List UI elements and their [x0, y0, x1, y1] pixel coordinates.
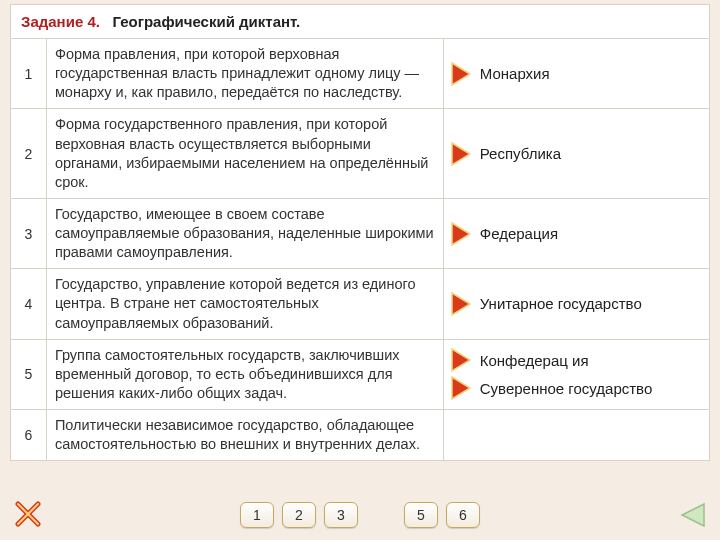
table-row: 3 Государство, имеющее в своем составе с… [11, 199, 709, 269]
row-number: 3 [11, 199, 47, 268]
svg-marker-5 [452, 377, 470, 399]
svg-marker-3 [452, 293, 470, 315]
table-row: 5 Группа самостоятельных государств, зак… [11, 340, 709, 410]
table-row: 4 Государство, управление которой ведетс… [11, 269, 709, 339]
arrow-right-icon [450, 61, 472, 87]
answer-label: Федерация [480, 225, 558, 242]
svg-marker-0 [452, 63, 470, 85]
svg-marker-2 [452, 223, 470, 245]
svg-marker-4 [452, 349, 470, 371]
nav-button-3[interactable]: 3 [324, 502, 358, 528]
row-number: 1 [11, 39, 47, 108]
row-number: 6 [11, 410, 47, 460]
answer-label: Унитарное государство [480, 295, 642, 312]
table-row: 6 Политически независимое государство, о… [11, 410, 709, 460]
task-title: Географический диктант. [112, 13, 300, 30]
row-description: Группа самостоятельных государств, заклю… [47, 340, 444, 409]
row-description: Государство, имеющее в своем составе сам… [47, 199, 444, 268]
task-number: Задание 4. [21, 13, 100, 30]
row-description: Форма правления, при которой верховная г… [47, 39, 444, 108]
answer-label: Суверенное государство [480, 380, 653, 397]
arrow-right-icon [450, 141, 472, 167]
arrow-right-icon [450, 221, 472, 247]
table-row: 1 Форма правления, при которой верховная… [11, 39, 709, 109]
dictation-table: Задание 4. Географический диктант. 1 Фор… [10, 4, 710, 461]
nav-button-1[interactable]: 1 [240, 502, 274, 528]
nav-button-group: 1 2 3 5 6 [0, 502, 720, 528]
svg-marker-10 [682, 504, 704, 526]
row-description: Форма государственного правления, при ко… [47, 109, 444, 198]
footer-bar: 1 2 3 5 6 [0, 488, 720, 540]
row-answer [444, 410, 709, 460]
row-number: 4 [11, 269, 47, 338]
answer-label: Монархия [480, 65, 550, 82]
table-row: 2 Форма государственного правления, при … [11, 109, 709, 199]
row-answer: Федерация [444, 199, 709, 268]
back-button[interactable] [676, 502, 706, 528]
arrow-right-icon [450, 375, 472, 401]
table-header: Задание 4. Географический диктант. [11, 5, 709, 39]
arrow-right-icon [450, 347, 472, 373]
nav-button-5[interactable]: 5 [404, 502, 438, 528]
answer-label: Конфедерац ия [480, 352, 589, 369]
row-description: Политически независимое государство, обл… [47, 410, 444, 460]
row-answer: Конфедерац ия Суверенное государство [444, 340, 709, 409]
arrow-right-icon [450, 291, 472, 317]
svg-marker-1 [452, 143, 470, 165]
row-description: Государство, управление которой ведется … [47, 269, 444, 338]
answer-label: Республика [480, 145, 561, 162]
nav-button-2[interactable]: 2 [282, 502, 316, 528]
nav-button-6[interactable]: 6 [446, 502, 480, 528]
row-answer: Монархия [444, 39, 709, 108]
row-number: 5 [11, 340, 47, 409]
row-number: 2 [11, 109, 47, 198]
row-answer: Унитарное государство [444, 269, 709, 338]
row-answer: Республика [444, 109, 709, 198]
